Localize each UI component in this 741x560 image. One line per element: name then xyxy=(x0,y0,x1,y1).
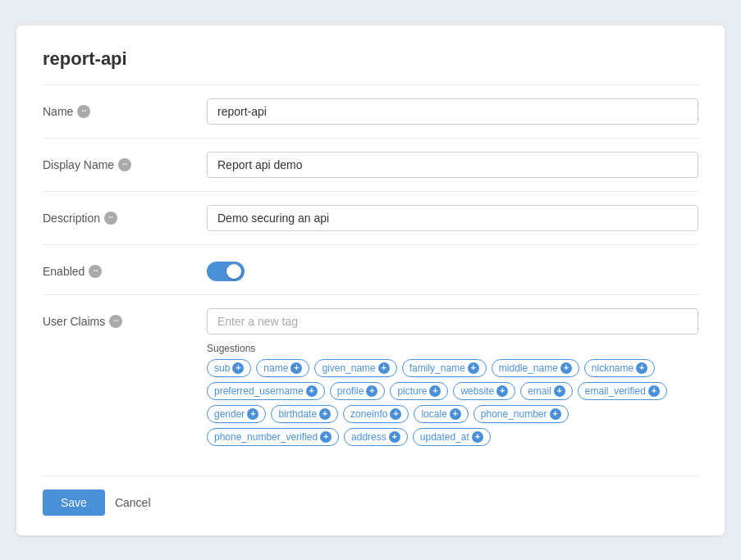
tag-item[interactable]: zoneinfo+ xyxy=(343,405,409,423)
tags-container: sub+name+given_name+family_name+middle_n… xyxy=(207,359,698,446)
tag-add-icon[interactable]: + xyxy=(320,431,332,443)
tag-add-icon[interactable]: + xyxy=(390,408,401,420)
tag-add-icon[interactable]: + xyxy=(247,408,258,420)
display-name-input[interactable] xyxy=(207,152,698,178)
display-name-tooltip-icon[interactable]: ·· xyxy=(118,158,131,171)
display-name-label: Display Name ·· xyxy=(43,152,207,171)
tag-item[interactable]: name+ xyxy=(256,359,309,377)
tag-item[interactable]: email+ xyxy=(520,382,573,400)
enabled-row: Enabled ·· xyxy=(43,244,698,294)
tag-item[interactable]: middle_name+ xyxy=(492,359,579,377)
tag-add-icon[interactable]: + xyxy=(429,385,441,397)
user-claims-row: User Claims ·· Enter a new tag Sugestion… xyxy=(43,294,698,459)
tag-item[interactable]: profile+ xyxy=(330,382,386,400)
user-claims-label: User Claims ·· xyxy=(43,308,207,328)
save-button[interactable]: Save xyxy=(43,489,105,516)
tag-add-icon[interactable]: + xyxy=(378,362,390,374)
tag-item[interactable]: locale+ xyxy=(414,405,468,423)
tag-item[interactable]: address+ xyxy=(344,428,408,446)
display-name-row: Display Name ·· xyxy=(43,138,698,191)
tag-add-icon[interactable]: + xyxy=(366,385,377,397)
tag-item[interactable]: phone_number_verified+ xyxy=(207,428,339,446)
tag-add-icon[interactable]: + xyxy=(496,385,508,397)
footer-row: Save Cancel xyxy=(43,476,698,516)
enabled-toggle-wrap xyxy=(207,258,698,281)
tag-add-icon[interactable]: + xyxy=(450,408,461,420)
user-claims-field-wrap: Enter a new tag Sugestions sub+name+give… xyxy=(207,308,698,446)
tag-add-icon[interactable]: + xyxy=(648,385,660,397)
tag-add-icon[interactable]: + xyxy=(389,431,400,443)
description-input[interactable] xyxy=(207,205,698,231)
enabled-toggle[interactable] xyxy=(207,262,245,281)
tag-add-icon[interactable]: + xyxy=(554,385,565,397)
tag-add-icon[interactable]: + xyxy=(290,362,302,374)
description-field-wrap xyxy=(207,205,698,231)
tag-item[interactable]: email_verified+ xyxy=(578,382,667,400)
tag-add-icon[interactable]: + xyxy=(306,385,318,397)
enabled-label: Enabled ·· xyxy=(43,258,207,278)
enabled-tooltip-icon[interactable]: ·· xyxy=(89,265,102,278)
description-row: Description ·· xyxy=(43,191,698,244)
name-row: Name ·· xyxy=(43,84,698,138)
tag-item[interactable]: preferred_username+ xyxy=(207,382,325,400)
tag-add-icon[interactable]: + xyxy=(468,362,479,374)
tag-item[interactable]: family_name+ xyxy=(402,359,487,377)
tag-item[interactable]: picture+ xyxy=(390,382,448,400)
tag-add-icon[interactable]: + xyxy=(636,362,647,374)
tag-add-icon[interactable]: + xyxy=(232,362,244,374)
suggestions-label: Sugestions xyxy=(207,343,698,354)
tag-item[interactable]: nickname+ xyxy=(584,359,655,377)
tag-add-icon[interactable]: + xyxy=(319,408,331,420)
name-tooltip-icon[interactable]: ·· xyxy=(77,105,90,118)
name-field-wrap xyxy=(207,98,698,125)
description-tooltip-icon[interactable]: ·· xyxy=(104,212,117,225)
tag-item[interactable]: gender+ xyxy=(207,405,266,423)
name-input[interactable] xyxy=(207,98,698,125)
tag-item[interactable]: updated_at+ xyxy=(413,428,491,446)
tag-item[interactable]: sub+ xyxy=(207,359,251,377)
tag-item[interactable]: phone_number+ xyxy=(473,405,569,423)
description-label: Description ·· xyxy=(43,205,207,225)
name-label: Name ·· xyxy=(43,98,207,118)
page-title: report-api xyxy=(43,48,698,70)
cancel-button[interactable]: Cancel xyxy=(115,496,151,509)
tag-add-icon[interactable]: + xyxy=(550,408,561,420)
user-claims-tooltip-icon[interactable]: ·· xyxy=(109,315,122,328)
tag-add-icon[interactable]: + xyxy=(472,431,483,443)
tag-item[interactable]: birthdate+ xyxy=(271,405,338,423)
display-name-field-wrap xyxy=(207,152,698,178)
tag-item[interactable]: website+ xyxy=(453,382,515,400)
tag-item[interactable]: given_name+ xyxy=(314,359,396,377)
main-card: report-api Name ·· Display Name ·· Descr… xyxy=(16,25,725,535)
tag-add-icon[interactable]: + xyxy=(560,362,572,374)
tag-input[interactable]: Enter a new tag xyxy=(207,308,698,335)
